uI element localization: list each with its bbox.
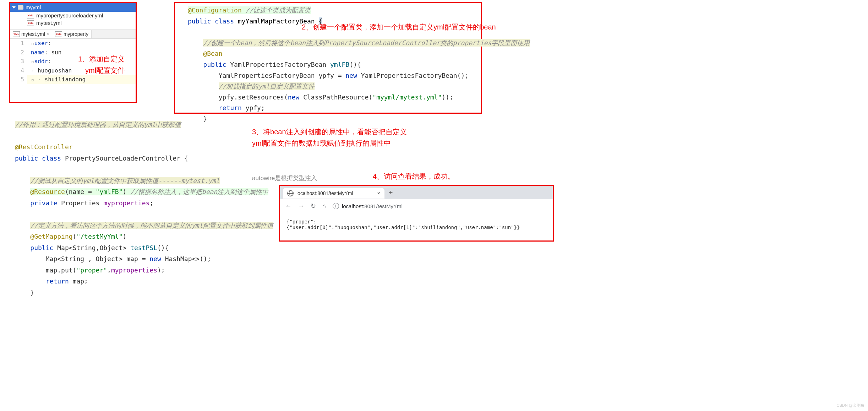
kw: return bbox=[46, 277, 69, 285]
fn-name: ymlFB bbox=[330, 61, 349, 68]
code-editor[interactable]: //作用：通过配置环境后处理器，从自定义的yml中获取值 @RestContro… bbox=[15, 119, 253, 298]
folder-name: myyml bbox=[26, 4, 41, 10]
code: Map<String , Object> map = bbox=[46, 255, 150, 263]
annotation-token: @Bean bbox=[203, 50, 222, 57]
code: YamlPropertiesFactoryBean ypfy = bbox=[219, 72, 346, 79]
browser-tab[interactable]: localhost:8081/testMyYml × bbox=[283, 188, 384, 199]
code: ClassPathResource( bbox=[299, 93, 372, 101]
new-tab-button[interactable]: + bbox=[384, 189, 397, 197]
code: ); bbox=[157, 266, 165, 274]
class-name: PropertySourceLoaderController { bbox=[65, 155, 188, 162]
string: "proper" bbox=[76, 266, 107, 274]
annotation-token: @Resource bbox=[30, 188, 65, 195]
code: ypfy; bbox=[242, 104, 265, 112]
home-button[interactable]: ⌂ bbox=[322, 202, 326, 210]
type: Properties bbox=[61, 199, 99, 207]
yaml-v: : bbox=[48, 40, 51, 47]
yml-icon bbox=[55, 31, 62, 37]
reload-button[interactable]: ↻ bbox=[311, 202, 316, 210]
field: myproperties bbox=[111, 266, 157, 274]
annotation-4: 4、访问查看结果，成功。 bbox=[373, 171, 455, 182]
address-bar[interactable]: i localhost:8081/testMyYml bbox=[333, 203, 548, 209]
line-number: 4 bbox=[10, 66, 27, 75]
annotation-token: @RestController bbox=[15, 143, 73, 151]
kw: public bbox=[188, 17, 211, 25]
editor-gutter bbox=[175, 3, 185, 113]
annotation-token: @Configuration bbox=[188, 6, 242, 14]
comment-token: //创建一个bean，然后将这个bean注入到PropertySourceLoa… bbox=[203, 39, 530, 47]
browser-toolbar: ← → ↻ ⌂ i localhost:8081/testMyYml bbox=[280, 199, 553, 213]
fn-name: testPSL bbox=[130, 244, 157, 252]
code: ) bbox=[122, 188, 130, 195]
line-number: 2 bbox=[10, 48, 27, 57]
type: Map<String,Object> bbox=[57, 244, 126, 252]
file-row[interactable]: mytest.yml bbox=[10, 19, 136, 27]
site-info-icon[interactable]: i bbox=[333, 203, 339, 209]
file-row[interactable]: mypropertysourceloader.yml bbox=[10, 12, 136, 19]
tab-label: myproperty bbox=[64, 31, 88, 37]
comment-token: //加载指定的yml自定义配置文件 bbox=[219, 82, 315, 90]
yaml-key: user bbox=[34, 40, 48, 47]
editor-tab[interactable]: mytest.yml× bbox=[10, 30, 52, 38]
yaml-v: : bbox=[48, 58, 51, 65]
yaml-v: - huoguoshan bbox=[31, 67, 72, 74]
panel-3-controller: //作用：通过配置环境后处理器，从自定义的yml中获取值 @RestContro… bbox=[11, 119, 257, 261]
url-path: :8081/testMyYml bbox=[363, 203, 403, 209]
brace: } bbox=[30, 289, 34, 296]
yaml-key: name bbox=[31, 49, 45, 56]
browser-viewport: {"proper":{"user.addr[0]":"huoguoshan","… bbox=[280, 213, 553, 236]
code: ypfy.setResources( bbox=[219, 93, 288, 101]
code: , bbox=[107, 266, 111, 274]
panel-1-filetree: myyml mypropertysourceloader.yml mytest.… bbox=[9, 2, 137, 103]
kw: new bbox=[149, 255, 161, 263]
close-icon[interactable]: × bbox=[47, 32, 49, 37]
yaml-v: - shuiliandong bbox=[38, 76, 86, 83]
yml-icon bbox=[27, 20, 34, 26]
annotation-3: 3、将bean注入到创建的属性中，看能否把自定义 yml配置文件的数据加载赋值到… bbox=[252, 126, 407, 149]
url-host: localhost bbox=[342, 203, 363, 209]
tab-title: localhost:8081/testMyYml bbox=[296, 190, 353, 196]
code: )); bbox=[442, 93, 453, 101]
code: HashMap<>(); bbox=[161, 255, 211, 263]
kw: new bbox=[345, 72, 357, 79]
yaml-key: addr bbox=[34, 58, 48, 65]
globe-icon bbox=[287, 190, 294, 196]
editor-tabs: mytest.yml× myproperty bbox=[10, 29, 136, 39]
close-icon[interactable]: × bbox=[377, 190, 380, 196]
watermark: CSDN @金刚狼 bbox=[837, 403, 864, 408]
code: (){ bbox=[349, 61, 361, 68]
browser-tabstrip: localhost:8081/testMyYml × + bbox=[280, 186, 553, 199]
file-name: mytest.yml bbox=[36, 20, 62, 26]
yml-icon bbox=[27, 13, 34, 18]
comment-token: //根据名称注入，这里把bean注入到这个属性中 bbox=[130, 188, 268, 195]
annotation-3b: autowire是根据类型注入 bbox=[252, 174, 317, 182]
code: map.put( bbox=[46, 266, 77, 274]
string: "myyml/mytest.yml" bbox=[372, 93, 442, 101]
kw: class bbox=[42, 155, 61, 162]
panel-4-browser: localhost:8081/testMyYml × + ← → ↻ ⌂ i l… bbox=[279, 185, 554, 242]
field: myproperties bbox=[103, 199, 149, 207]
string: "ymlFB" bbox=[96, 188, 123, 195]
kw: public bbox=[203, 61, 226, 68]
editor-tab[interactable]: myproperty bbox=[52, 30, 92, 38]
line-number: 1 bbox=[10, 39, 27, 48]
kw: public bbox=[30, 244, 53, 252]
kw: new bbox=[288, 93, 300, 101]
folder-header[interactable]: myyml bbox=[10, 3, 136, 12]
code: (name = bbox=[65, 188, 96, 195]
annotation-1: 1、添加自定义 yml配置文件 bbox=[78, 53, 125, 76]
string: "/testMyYml" bbox=[76, 233, 122, 240]
yaml-v: : sun bbox=[44, 49, 61, 56]
kw: return bbox=[219, 104, 242, 112]
line-number: 5 bbox=[10, 75, 27, 84]
code: (){ bbox=[157, 244, 169, 252]
forward-button[interactable]: → bbox=[298, 202, 304, 210]
comment-token: //测试从自定义的yml配置文件中获取属性值------mytest.yml bbox=[30, 177, 220, 184]
code: ; bbox=[149, 199, 153, 207]
back-button[interactable]: ← bbox=[285, 202, 291, 210]
line-number: 3 bbox=[10, 57, 27, 66]
annotation-2: 2、创建一个配置类，添加一个加载自定义yml配置文件的bean bbox=[302, 21, 496, 33]
type: YamlPropertiesFactoryBean bbox=[230, 61, 326, 68]
annotation-token: @GetMapping bbox=[30, 233, 72, 240]
code: YamlPropertiesFactoryBean(); bbox=[357, 72, 469, 79]
